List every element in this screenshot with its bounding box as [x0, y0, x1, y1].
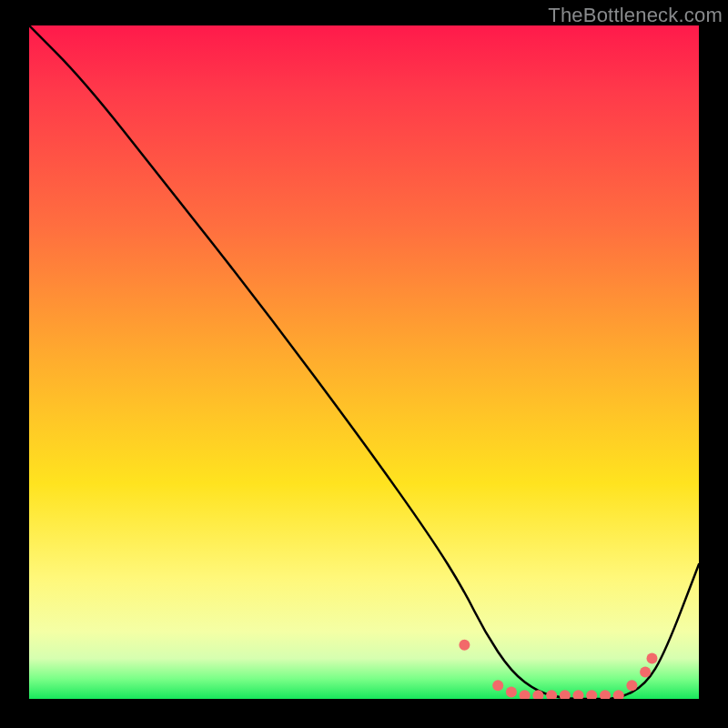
marker-dot	[586, 690, 597, 699]
marker-dot	[506, 687, 517, 698]
marker-dot	[647, 653, 658, 664]
chart-svg	[29, 25, 699, 699]
marker-dot	[520, 690, 531, 699]
chart-frame: TheBottleneck.com	[0, 0, 728, 728]
marker-dot	[492, 680, 503, 691]
plot-area	[29, 25, 699, 699]
curve-line	[29, 25, 699, 699]
marker-dot	[640, 666, 651, 677]
marker-dot	[560, 690, 571, 699]
marker-dot	[573, 690, 584, 699]
marker-dot	[626, 680, 637, 691]
marker-dot	[600, 690, 611, 699]
watermark-text: TheBottleneck.com	[548, 4, 723, 27]
marker-dot	[546, 690, 557, 699]
highlight-markers	[459, 640, 657, 699]
marker-dot	[459, 640, 470, 651]
marker-dot	[613, 690, 624, 699]
